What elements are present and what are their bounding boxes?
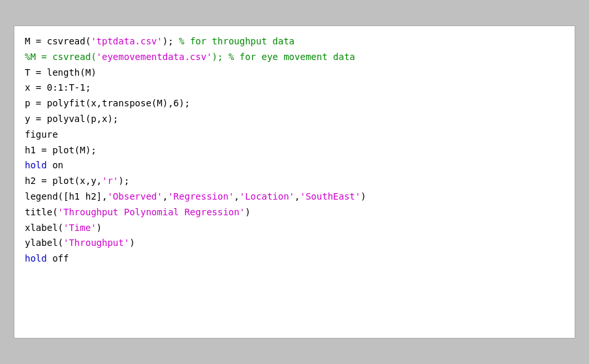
code-line: hold on: [25, 158, 564, 174]
code-token: title(: [25, 207, 58, 217]
code-line: T = length(M): [25, 65, 564, 81]
code-token: ,: [163, 191, 168, 202]
code-token: 'Observed': [107, 191, 162, 202]
code-line: hold off: [25, 251, 564, 267]
code-line: x = 0:1:T-1;: [25, 80, 564, 96]
code-token: 'Throughput Polynomial Regression': [58, 207, 246, 217]
code-token: y = polyval(p,x);: [25, 114, 118, 124]
code-token: h1 = plot(M);: [25, 145, 97, 155]
code-token: ylabel(: [25, 237, 63, 248]
code-line: title('Throughput Polynomial Regression'…: [25, 205, 564, 220]
code-token: 'Location': [240, 191, 294, 202]
code-token: 'Time': [63, 222, 97, 233]
code-token: ): [360, 191, 366, 202]
code-line: %M = csvread('eyemovementdata.csv'); % f…: [25, 50, 564, 65]
code-token: hold: [25, 253, 47, 264]
code-token: off: [47, 253, 69, 264]
code-token: );: [118, 175, 129, 186]
code-line: legend([h1 h2],'Observed','Regression','…: [25, 189, 564, 205]
code-token: 'tptdata.csv': [91, 36, 163, 46]
code-token: legend([h1 h2],: [25, 191, 107, 202]
code-editor: M = csvread('tptdata.csv'); % for throug…: [14, 25, 575, 339]
code-token: %M = csvread(: [25, 52, 97, 62]
code-token: figure: [25, 129, 58, 140]
code-line: xlabel('Time'): [25, 220, 564, 236]
code-token: p = polyfit(x,transpose(M),6);: [25, 98, 190, 108]
code-line: h2 = plot(x,y,'r');: [25, 174, 564, 189]
code-token: ): [245, 207, 250, 217]
code-line: h1 = plot(M);: [25, 143, 564, 159]
code-token: M = csvread(: [25, 36, 91, 46]
code-token: on: [47, 160, 63, 170]
code-line: ylabel('Throughput'): [25, 235, 564, 251]
code-token: xlabel(: [25, 222, 63, 233]
code-token: hold: [25, 160, 47, 170]
code-token: 'SouthEast': [300, 191, 361, 202]
code-token: % for throughput data: [179, 36, 294, 46]
code-token: ,: [294, 191, 300, 202]
code-token: ,: [234, 191, 239, 202]
code-token: );: [212, 52, 229, 62]
code-line: p = polyfit(x,transpose(M),6);: [25, 96, 564, 112]
code-token: h2 = plot(x,y,: [25, 175, 102, 186]
code-token: % for eye movement data: [229, 52, 355, 62]
code-token: 'Regression': [168, 191, 234, 202]
code-token: );: [163, 36, 179, 46]
code-line: M = csvread('tptdata.csv'); % for throug…: [25, 34, 564, 50]
code-token: 'Throughput': [63, 237, 129, 248]
code-line: figure: [25, 127, 564, 143]
code-token: 'r': [102, 175, 118, 186]
code-token: ): [97, 222, 102, 233]
code-token: T = length(M): [25, 67, 97, 78]
code-token: x = 0:1:T-1;: [25, 82, 91, 93]
code-line: y = polyval(p,x);: [25, 112, 564, 127]
code-token: ): [129, 237, 135, 248]
code-token: 'eyemovementdata.csv': [97, 52, 212, 62]
